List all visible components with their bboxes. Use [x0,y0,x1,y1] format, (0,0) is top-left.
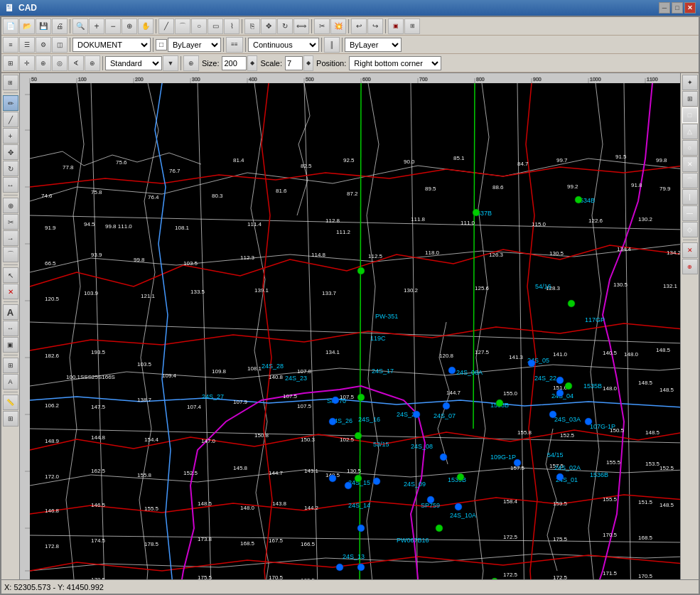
zoom-window-button[interactable]: 🔍 [72,18,88,34]
lt-extend-button[interactable]: → [3,230,18,246]
lt-line-button[interactable]: ╱ [3,112,18,127]
maximize-button[interactable]: □ [672,2,683,14]
svg-text:84.7: 84.7 [517,161,529,167]
position-dropdown[interactable]: Right bottom corner Left bottom corner C… [349,56,441,70]
open-button[interactable]: 📂 [19,18,35,34]
cad-canvas-container[interactable]: 50 100 200 300 400 500 600 [20,73,680,579]
zoom-out-button[interactable]: − [105,18,121,34]
lt-pencil-button[interactable]: ✏ [3,95,18,111]
lt-fillet-button[interactable]: ⌒ [3,247,18,262]
undo-button[interactable]: ↩ [351,18,367,34]
rt-snap-center-button[interactable]: ✦ [682,75,698,90]
scale-input[interactable] [285,56,303,70]
explode-button[interactable]: 💥 [330,18,346,34]
snap-toggle-button[interactable]: ⊞ [3,55,18,71]
scale-spin-icon[interactable]: ◆ [303,55,313,71]
layer-props-button[interactable]: ☰ [19,37,35,53]
cut-button[interactable]: ✂ [314,18,330,34]
rotate-button[interactable]: ↻ [277,18,293,34]
hatch-button[interactable]: ▣ [388,18,404,34]
object-props-button[interactable]: ⚙ [36,37,51,53]
size-input[interactable] [222,56,247,70]
lt-insert-button[interactable]: ⊞ [3,358,18,373]
line-button[interactable]: ╱ [158,18,174,34]
polar-button[interactable]: ∢ [68,55,84,71]
osnap-button[interactable]: ◎ [52,55,68,71]
pan-button[interactable]: ✋ [138,18,154,34]
svg-text:147.5: 147.5 [91,404,106,410]
group-button[interactable]: ◫ [52,37,68,53]
lt-rotate-button[interactable]: ↻ [3,161,18,176]
color-swatch[interactable]: □ [156,39,167,50]
cad-canvas[interactable]: 50 100 200 300 400 500 600 [20,73,680,579]
polyline-button[interactable]: ⌇ [224,18,239,34]
lt-sep-1 [4,92,18,93]
block-button[interactable]: ⊞ [404,18,420,34]
svg-text:24S_17: 24S_17 [372,368,394,375]
rt-line-v-button[interactable]: | [682,189,698,205]
layer-dropdown[interactable]: DOKUMENT [72,38,151,52]
lt-grid-button[interactable]: ⊞ [3,411,18,427]
rt-circle-button[interactable]: ○ [682,140,698,156]
circle-button[interactable]: ○ [191,18,207,34]
rt-cross-button[interactable]: ✕ [682,156,698,172]
copy-button[interactable]: ⎘ [244,18,260,34]
lt-select-button[interactable]: ↖ [3,267,18,283]
linetype-dropdown[interactable]: Continuous [248,38,319,52]
save-button[interactable]: 💾 [36,18,51,34]
lt-erase-button[interactable]: ✕ [3,284,18,299]
svg-text:119C: 119C [370,335,386,342]
track-button[interactable]: ⊕ [85,55,100,71]
rt-arc-button[interactable]: ⌒ [682,173,698,188]
minimize-button[interactable]: ─ [659,2,670,14]
lt-trim-button[interactable]: ✂ [3,214,18,230]
content-area: ⊞ ✏ ╱ + ✥ ↻ ↔ ⊕ ✂ → ⌒ ↖ ✕ A ↔ ▣ ⊞ A 📏 [1,73,699,579]
app-title: CAD [18,3,37,13]
lt-ruler-toggle[interactable]: ⊞ [3,75,18,90]
layer-manager-button[interactable]: ≡ [3,37,18,53]
lineweight-dropdown[interactable]: ByLayer [345,38,402,52]
lt-text-button[interactable]: A [3,304,18,320]
svg-text:148.5: 148.5 [656,347,671,353]
svg-point-260 [332,397,339,404]
svg-text:99.8: 99.8 [656,157,667,164]
svg-text:152.5: 152.5 [560,432,575,439]
rt-tool2-button[interactable]: ⊕ [682,259,698,274]
arc-button[interactable]: ⌒ [175,18,190,34]
size-spin-icon[interactable]: ◆ [247,55,257,71]
move-button[interactable]: ✥ [261,18,276,34]
lt-scale-button[interactable]: ↔ [3,177,18,193]
snap-settings-button[interactable]: ✛ [19,55,35,71]
rect-button[interactable]: ▭ [208,18,223,34]
redo-button[interactable]: ↪ [367,18,383,34]
lt-move-button[interactable]: ✥ [3,144,18,160]
rt-delete-button[interactable]: ✕ [682,242,698,258]
ortho-button[interactable]: ⊕ [36,55,51,71]
main-window: 📄 📂 💾 🖨 🔍 + − ⊕ ✋ ╱ ⌒ ○ ▭ ⌇ ⎘ ✥ ↻ ⟺ ✂ 💥 [0,16,700,595]
color-dropdown[interactable]: ByLayer [168,38,221,52]
mirror-button[interactable]: ⟺ [294,18,309,34]
rt-square-button[interactable]: □ [682,107,698,123]
zoom-all-button[interactable]: ⊕ [122,18,137,34]
close-button[interactable]: ✕ [684,2,696,14]
lt-measure-button[interactable]: 📏 [3,395,18,410]
lt-hatch-button[interactable]: ▣ [3,337,18,353]
rt-triangle-button[interactable]: △ [682,124,698,139]
print-button[interactable]: 🖨 [52,18,68,34]
lt-snap-button[interactable]: ⊕ [3,198,18,213]
new-button[interactable]: 📄 [3,18,18,34]
rt-grid-button[interactable]: ⊞ [682,91,698,107]
zoom-in-button[interactable]: + [89,18,104,34]
rt-line-h-button[interactable]: — [682,205,698,221]
separator-5 [348,19,349,33]
snap-mode-dropdown[interactable]: Standard [105,56,162,70]
lt-dim-button[interactable]: ↔ [3,321,18,336]
snap-mode-btn[interactable]: ▼ [163,55,178,71]
svg-text:79.9: 79.9 [659,186,671,192]
svg-text:155.5: 155.5 [603,496,618,503]
lt-attrib-button[interactable]: A [3,374,18,390]
svg-text:107.5: 107.5 [297,403,312,409]
rt-diamond-button[interactable]: ◇ [682,222,698,237]
svg-text:91.5: 91.5 [615,154,627,160]
lt-crosshair-button[interactable]: + [3,128,18,144]
